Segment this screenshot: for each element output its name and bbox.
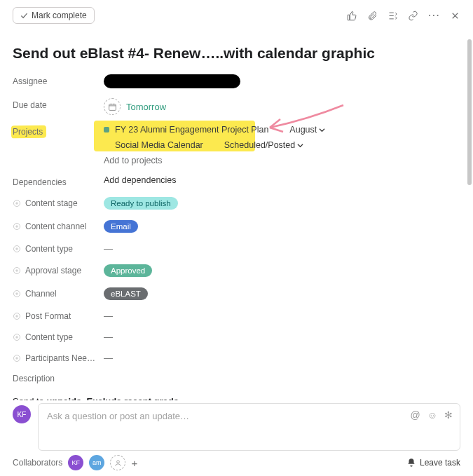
content-type2-label: Content type [25, 332, 73, 342]
chevron-down-icon [319, 127, 325, 133]
add-collaborator-button[interactable]: + [131, 457, 137, 469]
mention-icon[interactable]: @ [410, 409, 420, 421]
approval-stage-value[interactable]: Approved [104, 264, 152, 277]
comment-input[interactable] [47, 411, 330, 421]
approval-stage-label: Approval stage [25, 266, 81, 276]
task-title[interactable]: Send out eBlast #4- Renew…..with calenda… [13, 45, 455, 62]
project-name: Social Media Calendar [115, 140, 203, 150]
collaborators-label: Collaborators [13, 458, 62, 468]
collaborator-avatar[interactable]: KF [68, 455, 83, 470]
project-stage[interactable]: August [289, 125, 325, 135]
post-format-value[interactable]: — [104, 311, 113, 321]
participants-label: Participants Nee… [25, 353, 95, 363]
content-type-label: Content type [25, 244, 73, 254]
content-stage-label: Content stage [25, 198, 78, 208]
close-button[interactable] [450, 11, 460, 21]
check-icon [20, 12, 28, 20]
add-dependencies[interactable]: Add dependencies [104, 175, 455, 185]
add-collaborator-placeholder[interactable] [110, 455, 125, 470]
project-stage[interactable]: Scheduled/Posted [224, 140, 303, 150]
project-name: FY 23 Alumni Engagement Project Plan [115, 125, 268, 135]
project-row[interactable]: Social Media Calendar Scheduled/Posted [104, 140, 455, 150]
star-icon[interactable]: ✻ [444, 409, 453, 421]
mark-complete-button[interactable]: Mark complete [13, 7, 95, 24]
content-stage-value[interactable]: Ready to publish [104, 197, 178, 210]
collaborator-avatar[interactable]: am [89, 455, 104, 470]
add-to-projects[interactable]: Add to projects [104, 156, 455, 165]
projects-label: Projects [13, 125, 104, 137]
assignee-label: Assignee [13, 74, 104, 86]
assignee-value[interactable] [104, 74, 240, 88]
content-channel-label: Content channel [25, 222, 86, 231]
due-date-label: Due date [13, 98, 104, 110]
due-date-text: Tomorrow [126, 102, 166, 112]
content-channel-value[interactable]: Email [104, 220, 138, 233]
participants-value[interactable]: — [104, 353, 113, 363]
leave-task-button[interactable]: Leave task [406, 458, 460, 468]
channel-value[interactable]: eBLAST [104, 287, 148, 300]
scrollbar[interactable] [467, 39, 472, 185]
project-color-icon [104, 142, 109, 148]
emoji-icon[interactable]: ☺ [427, 409, 437, 421]
due-date-value[interactable]: Tomorrow [104, 98, 455, 115]
comment-box[interactable]: @ ☺ ✻ [38, 403, 460, 451]
content-type2-value[interactable]: — [104, 332, 113, 342]
chevron-down-icon [297, 142, 303, 149]
channel-label: Channel [25, 289, 57, 299]
user-avatar: KF [13, 405, 31, 423]
post-format-label: Post Format [25, 311, 71, 321]
project-row[interactable]: FY 23 Alumni Engagement Project Plan Aug… [104, 125, 455, 135]
project-color-icon [104, 127, 109, 132]
svg-point-9 [117, 460, 120, 463]
like-button[interactable] [347, 11, 357, 21]
calendar-icon [104, 98, 121, 115]
subtask-button[interactable] [388, 11, 398, 21]
dependencies-label: Dependencies [13, 175, 104, 187]
mark-complete-label: Mark complete [32, 11, 87, 20]
attachment-button[interactable] [367, 11, 378, 21]
bell-icon [406, 458, 416, 468]
more-icon[interactable]: ··· [428, 8, 440, 22]
copy-link-button[interactable] [408, 11, 418, 21]
description-label: Description [13, 374, 455, 383]
svg-rect-0 [109, 104, 116, 110]
description-body[interactable]: Send to unpaids. Exclude recent grads 20… [13, 395, 455, 400]
content-type-value[interactable]: — [104, 243, 113, 254]
